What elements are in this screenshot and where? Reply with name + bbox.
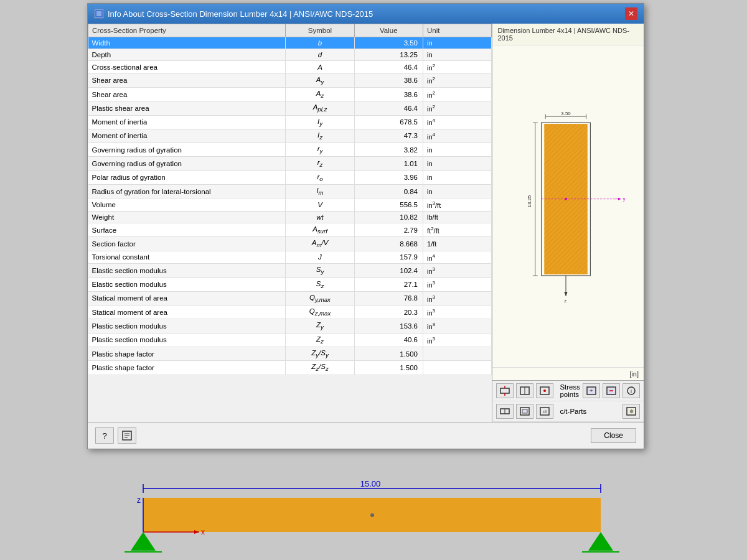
- cell-property: Governing radius of gyration: [88, 157, 286, 170]
- table-row[interactable]: Weightwt10.82lb/ft: [88, 211, 492, 223]
- cell-value: 47.3: [354, 129, 423, 142]
- stress-action-btn3[interactable]: i: [622, 383, 640, 398]
- table-row[interactable]: Cross-sectional areaA46.4in2: [88, 61, 492, 74]
- cell-value: 157.9: [354, 251, 423, 264]
- cell-property: Depth: [88, 49, 286, 61]
- cell-property: Elastic section modulus: [88, 264, 286, 278]
- table-row[interactable]: SurfaceAsurf2.79ft2/ft: [88, 223, 492, 236]
- header-symbol: Symbol: [286, 24, 354, 37]
- cell-symbol: Zz/Sz: [286, 361, 354, 375]
- window-title: Info About Cross-Section Dimension Lumbe…: [108, 9, 373, 19]
- cell-unit: in4: [423, 251, 492, 264]
- stress-action-btn1[interactable]: +: [583, 383, 600, 398]
- stress-action-btn2[interactable]: [603, 383, 620, 398]
- table-row[interactable]: Moment of inertiaIz47.3in4: [88, 129, 492, 142]
- header-property: Cross-Section Property: [88, 24, 286, 37]
- cell-property: Plastic shear area: [88, 101, 286, 115]
- cell-unit: in3/ft: [423, 198, 492, 212]
- table-body: Widthb3.50inDepthd13.25inCross-sectional…: [88, 37, 492, 375]
- svg-text:15.00: 15.00: [360, 479, 381, 488]
- cell-symbol: Asurf: [286, 223, 354, 236]
- svg-point-35: [565, 198, 567, 200]
- table-row[interactable]: VolumeV556.5in3/ft: [88, 198, 492, 212]
- table-row[interactable]: Moment of inertiaIy678.5in4: [88, 115, 492, 129]
- cell-symbol: A: [286, 61, 354, 74]
- cell-symbol: Iy: [286, 115, 354, 129]
- table-row[interactable]: Polar radius of gyrationro3.96in: [88, 170, 492, 184]
- table-row[interactable]: Plastic section modulusZz40.6in3: [88, 333, 492, 347]
- svg-text:13.25: 13.25: [527, 195, 533, 207]
- cell-symbol: wt: [286, 211, 354, 223]
- table-row[interactable]: Section factorAm/V8.6681/ft: [88, 237, 492, 251]
- dialog-window: Info About Cross-Section Dimension Lumbe…: [87, 3, 644, 449]
- cell-property: Plastic shape factor: [88, 361, 286, 375]
- export-button[interactable]: [118, 427, 136, 444]
- cell-property: Moment of inertia: [88, 129, 286, 142]
- table-row[interactable]: Statical moment of areaQy,max76.8in3: [88, 291, 492, 305]
- dialog-main: Cross-Section Property Symbol Value Unit…: [88, 24, 644, 422]
- table-row[interactable]: Statical moment of areaQz,max20.3in3: [88, 306, 492, 319]
- cell-unit: in: [423, 185, 492, 198]
- table-row[interactable]: Shear areaAz38.6in2: [88, 87, 492, 101]
- ct-action-btn1[interactable]: ⚙: [622, 404, 640, 419]
- cell-property: Torsional constant: [88, 251, 286, 264]
- table-row[interactable]: Torsional constantJ157.9in4: [88, 251, 492, 264]
- cell-value: 3.82: [354, 143, 423, 157]
- title-bar: Info About Cross-Section Dimension Lumbe…: [88, 4, 644, 24]
- cell-value: 1.01: [354, 157, 423, 170]
- table-row[interactable]: Plastic shape factorZy/Sy1.500: [88, 347, 492, 361]
- table-row[interactable]: Plastic shape factorZz/Sz1.500: [88, 361, 492, 375]
- stress-tb-btn2[interactable]: [516, 383, 533, 398]
- cell-value: 556.5: [354, 198, 423, 212]
- table-row[interactable]: Depthd13.25in: [88, 49, 492, 61]
- close-dialog-button[interactable]: Close: [591, 428, 636, 443]
- diagram-title: Dimension Lumber 4x14 | ANSI/AWC NDS-201…: [492, 24, 644, 45]
- diagram-area: 3.50 13.25: [492, 45, 644, 367]
- stress-tb-btn3[interactable]: [536, 383, 553, 398]
- cell-symbol: Sy: [286, 264, 354, 278]
- ct-tb-btn3[interactable]: ct: [536, 404, 553, 419]
- cell-property: Surface: [88, 223, 286, 236]
- cell-unit: in2: [423, 101, 492, 115]
- table-panel: Cross-Section Property Symbol Value Unit…: [88, 24, 492, 422]
- stress-points-label: Stress points: [556, 383, 580, 398]
- svg-text:x: x: [201, 528, 205, 536]
- cell-value: 27.1: [354, 278, 423, 291]
- cell-property: Plastic section modulus: [88, 319, 286, 333]
- cell-property: Moment of inertia: [88, 115, 286, 129]
- svg-text:ct: ct: [543, 409, 547, 414]
- diagram-footer: [in]: [492, 367, 644, 380]
- close-window-button[interactable]: ✕: [625, 7, 637, 20]
- cell-property: Shear area: [88, 73, 286, 87]
- svg-rect-55: [522, 409, 527, 413]
- cell-symbol: J: [286, 251, 354, 264]
- table-row[interactable]: Governing radius of gyrationrz1.01in: [88, 157, 492, 170]
- ct-parts-label: c/t-Parts: [556, 408, 620, 415]
- svg-text:y: y: [623, 196, 626, 202]
- cell-unit: in2: [423, 73, 492, 87]
- table-row[interactable]: Elastic section modulusSy102.4in3: [88, 264, 492, 278]
- header-unit: Unit: [423, 24, 492, 37]
- cell-symbol: Iz: [286, 129, 354, 142]
- ct-tb-btn2[interactable]: [516, 404, 533, 419]
- cell-unit: in: [423, 37, 492, 49]
- ct-tb-btn1[interactable]: [496, 404, 514, 419]
- table-scroll[interactable]: Cross-Section Property Symbol Value Unit…: [88, 24, 492, 422]
- diagram-svg: 3.50 13.25: [492, 45, 644, 367]
- table-row[interactable]: Elastic section modulusSz27.1in3: [88, 278, 492, 291]
- cell-unit: in3: [423, 319, 492, 333]
- help-button[interactable]: ?: [95, 427, 114, 444]
- stress-tb-btn1[interactable]: [496, 383, 514, 398]
- table-row[interactable]: Governing radius of gyrationry3.82in: [88, 143, 492, 157]
- table-header-row: Cross-Section Property Symbol Value Unit: [88, 24, 492, 37]
- help-icon: ?: [102, 431, 106, 441]
- table-row[interactable]: Plastic shear areaApl,z46.4in2: [88, 101, 492, 115]
- dialog-content: Cross-Section Property Symbol Value Unit…: [88, 24, 644, 449]
- table-row[interactable]: Plastic section modulusZy153.6in3: [88, 319, 492, 333]
- cell-symbol: Qy,max: [286, 291, 354, 305]
- cell-value: 153.6: [354, 319, 423, 333]
- table-row[interactable]: Widthb3.50in: [88, 37, 492, 49]
- table-row[interactable]: Shear areaAy38.6in2: [88, 73, 492, 87]
- table-row[interactable]: Radius of gyration for lateral-torsional…: [88, 185, 492, 198]
- cell-symbol: Zy/Sy: [286, 347, 354, 361]
